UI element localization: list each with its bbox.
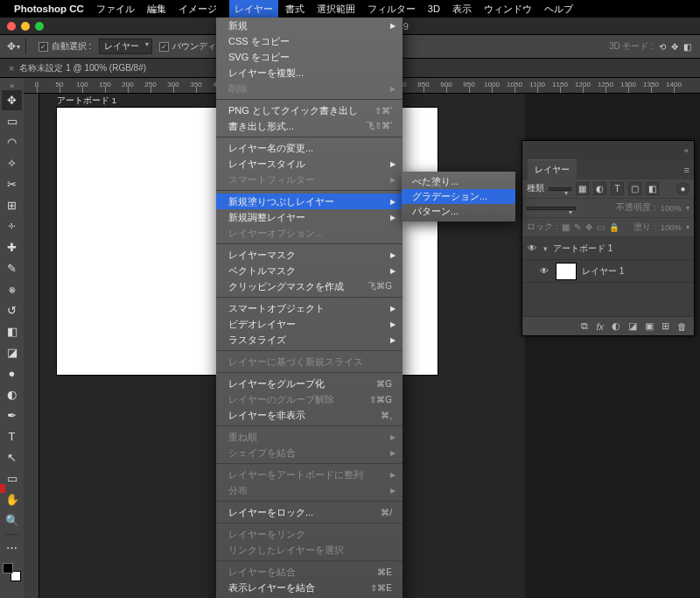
traffic-close[interactable] (7, 22, 16, 31)
menu-イメージ[interactable]: イメージ (178, 4, 217, 14)
menu-ヘルプ[interactable]: ヘルプ (544, 4, 573, 14)
menu-フィルター[interactable]: フィルター (368, 4, 416, 14)
layer-name[interactable]: アートボード 1 (553, 243, 612, 255)
menu-item[interactable]: PNG としてクイック書き出し⇧⌘' (216, 102, 402, 118)
wand-tool[interactable]: ✧ (2, 153, 22, 173)
bounding-checkbox[interactable]: ✓ (159, 42, 169, 52)
brush-tool[interactable]: ✎ (2, 258, 22, 278)
lock-pos-icon[interactable]: ✥ (585, 222, 592, 232)
lock-artboard-icon[interactable]: ▭ (597, 222, 605, 232)
visibility-icon[interactable]: 👁 (526, 243, 538, 253)
lock-trans-icon[interactable]: ▦ (562, 222, 570, 232)
menu-ウィンドウ[interactable]: ウィンドウ (484, 4, 532, 14)
layer-row-artboard[interactable]: 👁 ▾ アートボード 1 (522, 237, 694, 260)
frame-tool[interactable]: ⊞ (2, 195, 22, 215)
move-tool[interactable]: ✥ (2, 90, 22, 110)
zoom-tool[interactable]: 🔍 (2, 510, 22, 531)
kind-dropdown[interactable] (549, 187, 571, 191)
menu-item[interactable]: クリッピングマスクを作成飞⌘G (216, 278, 402, 294)
menu-item[interactable]: レイヤースタイル (216, 156, 402, 172)
gradient-tool[interactable]: ◪ (2, 342, 22, 362)
fill-value[interactable]: 100% (661, 222, 682, 232)
panel-menu-icon[interactable]: ≡ (684, 165, 690, 175)
lock-all-icon[interactable]: 🔒 (609, 222, 620, 232)
orbit-icon[interactable]: ⟲ (659, 42, 666, 52)
dolly-icon[interactable]: ◧ (683, 42, 691, 52)
menu-表示[interactable]: 表示 (452, 4, 472, 14)
menu-item[interactable]: ベクトルマスク (216, 263, 402, 278)
stamp-tool[interactable]: ⎈ (2, 279, 22, 299)
submenu-item[interactable]: べた塗り... (402, 174, 515, 189)
layers-tab[interactable]: レイヤー (528, 159, 577, 179)
menu-item[interactable]: 新規調整レイヤー (216, 209, 402, 225)
crop-tool[interactable]: ✂ (2, 174, 22, 194)
trash-icon[interactable]: 🗑 (677, 321, 687, 332)
menu-item[interactable]: レイヤーマスク (216, 247, 402, 263)
visibility-icon[interactable]: 👁 (538, 266, 550, 276)
menu-item[interactable]: 表示レイヤーを結合⇧⌘E (216, 580, 402, 595)
traffic-zoom[interactable] (35, 22, 44, 31)
auto-select-checkbox[interactable]: ✓ (38, 42, 48, 52)
menu-item[interactable]: ラスタライズ (216, 332, 402, 348)
menu-item[interactable]: レイヤーを複製... (216, 65, 402, 81)
artboard-label[interactable]: アートボード 1 (57, 95, 116, 107)
menu-item[interactable]: ビデオレイヤー (216, 316, 402, 332)
submenu-item[interactable]: グラデーション... (402, 189, 515, 204)
layer-thumbnail[interactable] (556, 263, 577, 280)
eyedropper-tool[interactable]: ༓ (2, 216, 22, 236)
menu-item[interactable]: 新規塗りつぶしレイヤー (216, 193, 402, 209)
menu-item[interactable]: CSS をコピー (216, 33, 402, 49)
history-brush-tool[interactable]: ↺ (2, 300, 22, 320)
dodge-tool[interactable]: ◐ (2, 384, 22, 405)
menu-item[interactable]: レイヤーをグループ化⌘G (216, 376, 402, 391)
blend-mode-dropdown[interactable] (527, 207, 576, 210)
adjustment-icon[interactable]: ◪ (628, 320, 637, 332)
artboard-tool[interactable]: ▭ (2, 111, 22, 131)
filter-type-icon[interactable]: T (611, 182, 624, 195)
menu-書式[interactable]: 書式 (285, 4, 304, 14)
layer-name[interactable]: レイヤー 1 (582, 265, 624, 278)
pan-icon[interactable]: ✥ (671, 42, 678, 52)
mask-icon[interactable]: ◐ (612, 320, 620, 332)
layer-row-layer1[interactable]: 👁 レイヤー 1 (522, 260, 694, 283)
menu-ファイル[interactable]: ファイル (96, 4, 135, 14)
filter-toggle[interactable]: ● (676, 182, 690, 195)
blur-tool[interactable]: ● (2, 363, 22, 383)
menu-item[interactable]: レイヤーをロック...⌘/ (216, 504, 402, 520)
menu-3D[interactable]: 3D (428, 4, 440, 14)
menu-item[interactable]: 書き出し形式...飞⇧⌘' (216, 118, 402, 134)
auto-select-dropdown[interactable]: レイヤー (99, 39, 152, 54)
menu-item[interactable]: 新規 (216, 18, 402, 33)
close-tab-icon[interactable]: × (9, 63, 14, 74)
fx-icon[interactable]: fx (596, 321, 604, 332)
group-icon[interactable]: ▣ (645, 320, 654, 332)
fg-bg-swatch[interactable] (2, 562, 22, 582)
panel-collapse-icon[interactable]: « (684, 146, 689, 155)
pen-tool[interactable]: ✒ (2, 405, 22, 426)
menu-item[interactable]: SVG をコピー (216, 49, 402, 65)
menu-item[interactable]: レイヤー名の変更... (216, 140, 402, 156)
disclosure-icon[interactable]: ▾ (543, 244, 548, 253)
filter-adjust-icon[interactable]: ◐ (593, 182, 606, 195)
type-tool[interactable]: T (2, 426, 22, 447)
menu-item[interactable]: スマートオブジェクト (216, 300, 402, 316)
eraser-tool[interactable]: ◧ (2, 321, 22, 341)
submenu-item[interactable]: パターン... (402, 204, 515, 219)
filter-pixel-icon[interactable]: ▦ (576, 182, 589, 195)
heal-tool[interactable]: ✚ (2, 237, 22, 257)
filter-smart-icon[interactable]: ◧ (646, 182, 659, 195)
edit-toolbar[interactable]: ⋯ (2, 538, 22, 558)
path-tool[interactable]: ↖ (2, 447, 22, 468)
document-tab[interactable]: × 名称未設定 1 @ 100% (RGB/8#) (0, 59, 155, 77)
menu-編集[interactable]: 編集 (147, 4, 166, 14)
menu-item[interactable]: レイヤーを非表示⌘, (216, 407, 402, 423)
menu-レイヤー[interactable]: レイヤー (229, 0, 278, 18)
new-layer-icon[interactable]: ⊞ (662, 320, 669, 332)
link-layers-icon[interactable]: ⧉ (581, 320, 588, 332)
opacity-value[interactable]: 100% (661, 203, 682, 213)
filter-shape-icon[interactable]: ▢ (628, 182, 641, 195)
traffic-minimize[interactable] (21, 22, 30, 31)
menu-選択範囲[interactable]: 選択範囲 (317, 4, 355, 14)
lock-pixel-icon[interactable]: ✎ (574, 222, 581, 232)
lasso-tool[interactable]: ◠ (2, 132, 22, 152)
